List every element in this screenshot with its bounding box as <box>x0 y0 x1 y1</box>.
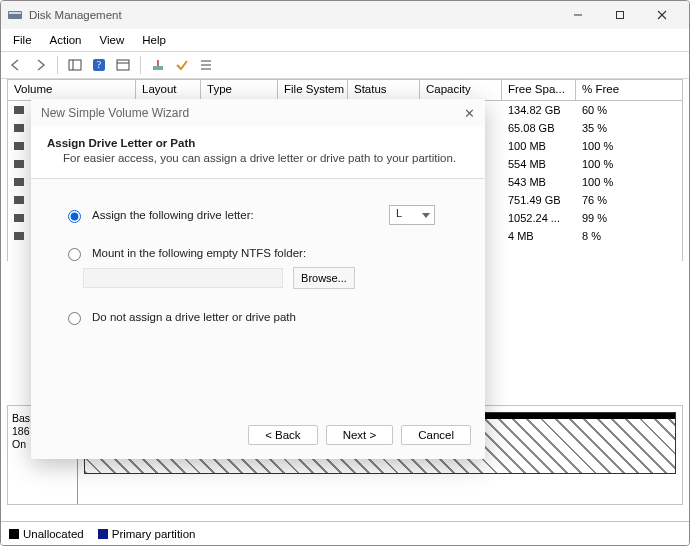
next-button[interactable]: Next > <box>326 425 394 445</box>
col-status[interactable]: Status <box>348 80 420 100</box>
list-button[interactable] <box>195 54 217 76</box>
mount-folder-row: Browse... <box>63 267 455 289</box>
radio-mount-group: Mount in the following empty NTFS folder… <box>63 245 455 289</box>
legend-unallocated-swatch <box>9 529 19 539</box>
wizard-title: New Simple Volume Wizard <box>41 106 189 120</box>
volume-icon <box>14 142 24 150</box>
svg-rect-12 <box>153 66 163 70</box>
refresh-button[interactable] <box>112 54 134 76</box>
volume-pct: 76 % <box>576 194 656 206</box>
legend-unallocated: Unallocated <box>9 528 84 540</box>
volume-free: 1052.24 ... <box>502 212 576 224</box>
radio-no-assign[interactable]: Do not assign a drive letter or drive pa… <box>63 309 455 325</box>
menu-action[interactable]: Action <box>42 32 90 48</box>
title-bar: Disk Management <box>1 1 689 29</box>
svg-rect-3 <box>617 12 624 19</box>
col-type[interactable]: Type <box>201 80 278 100</box>
app-title: Disk Management <box>29 9 122 21</box>
volume-icon <box>14 106 24 114</box>
checkmark-button[interactable] <box>171 54 193 76</box>
new-simple-volume-wizard: New Simple Volume Wizard ✕ Assign Drive … <box>31 99 485 459</box>
legend: Unallocated Primary partition <box>1 521 689 545</box>
svg-text:?: ? <box>97 59 102 70</box>
volume-icon <box>14 196 24 204</box>
radio-mount-input[interactable] <box>68 248 81 261</box>
volume-icon <box>14 232 24 240</box>
svg-rect-6 <box>69 60 81 70</box>
wizard-heading: Assign Drive Letter or Path <box>47 137 469 149</box>
drive-assignment-radio-group: Assign the following drive letter: L Mou… <box>63 205 455 325</box>
content-area: Volume Layout Type File System Status Ca… <box>1 79 689 545</box>
volume-pct: 60 % <box>576 104 656 116</box>
legend-primary-swatch <box>98 529 108 539</box>
volume-pct: 99 % <box>576 212 656 224</box>
wizard-close-button[interactable]: ✕ <box>464 106 475 121</box>
minimize-button[interactable] <box>557 1 599 29</box>
help-button[interactable]: ? <box>88 54 110 76</box>
volume-pct: 100 % <box>576 176 656 188</box>
volume-icon <box>14 160 24 168</box>
window-controls <box>557 1 683 29</box>
back-button[interactable] <box>5 54 27 76</box>
col-pct-free[interactable]: % Free <box>576 80 656 100</box>
radio-mount[interactable]: Mount in the following empty NTFS folder… <box>63 245 455 261</box>
volume-pct: 100 % <box>576 158 656 170</box>
forward-button[interactable] <box>29 54 51 76</box>
volume-pct: 8 % <box>576 230 656 242</box>
drive-letter-select[interactable]: L <box>389 205 435 225</box>
menu-file[interactable]: File <box>5 32 40 48</box>
drive-letter-value: L <box>396 207 402 219</box>
wizard-subheading: For easier access, you can assign a driv… <box>47 149 469 164</box>
settings-button[interactable] <box>147 54 169 76</box>
browse-button[interactable]: Browse... <box>293 267 355 289</box>
show-hide-tree-button[interactable] <box>64 54 86 76</box>
volume-list-header[interactable]: Volume Layout Type File System Status Ca… <box>7 79 683 101</box>
toolbar: ? <box>1 51 689 79</box>
radio-no-assign-input[interactable] <box>68 312 81 325</box>
volume-free: 134.82 GB <box>502 104 576 116</box>
svg-rect-13 <box>157 60 159 66</box>
toolbar-separator <box>140 56 141 74</box>
volume-free: 100 MB <box>502 140 576 152</box>
volume-pct: 100 % <box>576 140 656 152</box>
maximize-button[interactable] <box>599 1 641 29</box>
col-layout[interactable]: Layout <box>136 80 201 100</box>
radio-assign-letter-label: Assign the following drive letter: <box>92 209 254 221</box>
toolbar-separator <box>57 56 58 74</box>
menu-help[interactable]: Help <box>134 32 174 48</box>
app-window: Disk Management File Action View Help ? … <box>0 0 690 546</box>
cancel-button[interactable]: Cancel <box>401 425 471 445</box>
svg-rect-10 <box>117 60 129 70</box>
volume-free: 543 MB <box>502 176 576 188</box>
radio-assign-letter-input[interactable] <box>68 210 81 223</box>
back-button[interactable]: < Back <box>248 425 317 445</box>
disk-mgmt-icon <box>7 7 23 23</box>
svg-rect-1 <box>9 12 21 14</box>
close-button[interactable] <box>641 1 683 29</box>
legend-primary: Primary partition <box>98 528 196 540</box>
legend-primary-label: Primary partition <box>112 528 196 540</box>
menu-bar: File Action View Help <box>1 29 689 51</box>
volume-icon <box>14 214 24 222</box>
wizard-title-bar: New Simple Volume Wizard ✕ <box>31 99 485 127</box>
wizard-header: Assign Drive Letter or Path For easier a… <box>31 127 485 179</box>
radio-assign-letter[interactable]: Assign the following drive letter: L <box>63 205 455 225</box>
volume-pct: 35 % <box>576 122 656 134</box>
volume-free: 65.08 GB <box>502 122 576 134</box>
col-filesystem[interactable]: File System <box>278 80 348 100</box>
menu-view[interactable]: View <box>92 32 133 48</box>
col-free[interactable]: Free Spa... <box>502 80 576 100</box>
mount-folder-input[interactable] <box>83 268 283 288</box>
volume-icon <box>14 178 24 186</box>
wizard-body: Assign the following drive letter: L Mou… <box>31 179 485 335</box>
volume-free: 751.49 GB <box>502 194 576 206</box>
col-capacity[interactable]: Capacity <box>420 80 502 100</box>
legend-unallocated-label: Unallocated <box>23 528 84 540</box>
radio-no-assign-label: Do not assign a drive letter or drive pa… <box>92 311 296 323</box>
wizard-button-bar: < Back Next > Cancel <box>248 425 471 445</box>
volume-icon <box>14 124 24 132</box>
volume-free: 4 MB <box>502 230 576 242</box>
col-volume[interactable]: Volume <box>8 80 136 100</box>
volume-free: 554 MB <box>502 158 576 170</box>
radio-mount-label: Mount in the following empty NTFS folder… <box>92 247 306 259</box>
